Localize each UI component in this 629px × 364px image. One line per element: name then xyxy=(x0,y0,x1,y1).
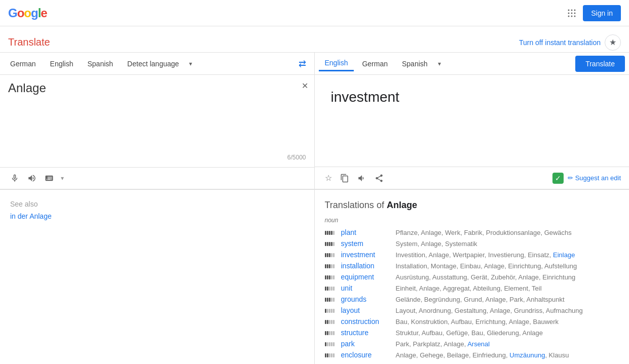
svg-point-2 xyxy=(574,9,576,11)
source-lang-spanish[interactable]: Spanish xyxy=(82,57,120,71)
translate-button[interactable]: Translate xyxy=(575,56,625,72)
freq-seg xyxy=(331,298,332,302)
freq-seg xyxy=(331,275,332,279)
table-row: unit Einheit, Anlage, Aggregat, Abteilun… xyxy=(325,282,619,294)
freq-seg xyxy=(331,342,332,346)
clear-text-button[interactable]: ✕ xyxy=(302,81,308,91)
save-translation-icon[interactable]: ☆ xyxy=(323,171,334,185)
target-lang-bar: English German Spanish ▾ Translate xyxy=(315,53,630,75)
sub-header-left: Translate xyxy=(8,36,50,48)
char-count: 6/5000 xyxy=(8,154,306,161)
source-lang-english[interactable]: English xyxy=(44,57,80,71)
translation-word[interactable]: equipment xyxy=(341,273,392,281)
synonym-link[interactable]: Einlage xyxy=(553,251,575,259)
svg-point-1 xyxy=(571,9,573,11)
translation-word[interactable]: structure xyxy=(341,329,392,337)
freq-seg xyxy=(327,320,328,324)
freq-seg xyxy=(327,242,328,246)
freq-seg xyxy=(329,287,330,291)
freq-seg xyxy=(327,231,328,235)
source-lang-dropdown-button[interactable]: ▾ xyxy=(187,58,194,69)
svg-point-0 xyxy=(568,9,570,11)
header-left: Google xyxy=(8,6,47,20)
translation-word[interactable]: unit xyxy=(341,284,392,292)
suggest-edit-label: Suggest an edit xyxy=(575,174,621,182)
frequency-bar xyxy=(325,298,337,302)
sub-header: Translate Turn off instant translation ★ xyxy=(0,26,629,53)
translation-word[interactable]: enclosure xyxy=(341,351,392,359)
table-row: layout Layout, Anordnung, Gestaltung, An… xyxy=(325,305,619,316)
translation-word[interactable]: system xyxy=(341,239,392,248)
frequency-bar xyxy=(325,287,337,291)
header: Google Sign in xyxy=(0,0,629,26)
turn-off-instant-translation-link[interactable]: Turn off instant translation xyxy=(519,38,601,47)
translation-word[interactable]: plant xyxy=(341,228,392,236)
target-toolbar: ☆ ✓ ✏ Suggest an edit xyxy=(315,167,630,189)
table-row: investment Investition, Anlage, Wertpapi… xyxy=(325,249,619,260)
translation-synonyms: Anlage, Gehege, Beilage, Einfriedung, Um… xyxy=(396,351,569,359)
copy-translation-icon[interactable] xyxy=(338,172,351,185)
freq-seg xyxy=(327,264,328,268)
freq-seg xyxy=(327,309,328,313)
svg-point-6 xyxy=(568,15,570,17)
freq-seg xyxy=(333,275,335,279)
frequency-bar xyxy=(325,275,337,279)
suggest-edit-button[interactable]: ✏ Suggest an edit xyxy=(568,174,621,182)
synonym-link[interactable]: Umzäunung xyxy=(509,351,545,359)
listen-translation-icon[interactable] xyxy=(355,172,368,185)
target-lang-spanish[interactable]: Spanish xyxy=(396,57,434,71)
freq-seg xyxy=(327,331,328,335)
microphone-icon[interactable] xyxy=(8,172,21,185)
sign-in-button[interactable]: Sign in xyxy=(583,5,621,21)
freq-seg xyxy=(327,253,328,257)
freq-seg xyxy=(333,342,335,346)
freq-seg xyxy=(329,264,330,268)
freq-seg xyxy=(333,353,335,357)
translation-word[interactable]: construction xyxy=(341,317,392,326)
freq-seg xyxy=(327,287,328,291)
translation-word[interactable]: investment xyxy=(341,251,392,259)
listen-icon[interactable] xyxy=(25,172,39,185)
freq-seg xyxy=(325,342,326,346)
detect-language-button[interactable]: Detect language xyxy=(121,57,185,71)
google-logo[interactable]: Google xyxy=(8,6,47,20)
table-row: equipment Ausrüstung, Ausstattung, Gerät… xyxy=(325,271,619,282)
translation-synonyms: Gelände, Begründung, Grund, Anlage, Park… xyxy=(396,296,565,303)
see-also-link[interactable]: in der Anlage xyxy=(10,212,52,220)
see-also-title: See also xyxy=(10,200,304,208)
translation-word[interactable]: park xyxy=(341,340,392,348)
share-translation-icon[interactable] xyxy=(373,172,386,185)
freq-seg xyxy=(327,353,328,357)
freq-seg xyxy=(331,264,332,268)
source-toolbar: ▾ xyxy=(0,167,314,189)
translation-word[interactable]: grounds xyxy=(341,295,392,303)
output-toolbar-right: ✓ ✏ Suggest an edit xyxy=(552,173,621,184)
source-text-section: Anlage ✕ 6/5000 xyxy=(0,75,314,167)
freq-seg xyxy=(327,298,328,302)
grid-icon[interactable] xyxy=(567,8,577,18)
freq-seg xyxy=(331,320,332,324)
svg-point-4 xyxy=(571,12,573,14)
target-lang-dropdown-button[interactable]: ▾ xyxy=(436,58,443,69)
table-row: installation Installation, Montage, Einb… xyxy=(325,260,619,271)
target-lang-english[interactable]: English xyxy=(319,56,354,71)
translation-synonyms: Park, Parkplatz, Anlage, Arsenal xyxy=(396,340,490,348)
table-row: park Park, Parkplatz, Anlage, Arsenal xyxy=(325,338,619,349)
swap-languages-button[interactable]: ⇄ xyxy=(294,56,310,71)
favorite-star-button[interactable]: ★ xyxy=(605,34,621,51)
translation-panels: German English Spanish Detect language ▾… xyxy=(0,53,629,189)
source-text-input[interactable]: Anlage xyxy=(8,81,306,152)
freq-seg xyxy=(325,264,326,268)
pos-noun-label: noun xyxy=(325,217,619,224)
freq-seg xyxy=(331,353,332,357)
translation-word[interactable]: installation xyxy=(341,262,392,270)
frequency-bar xyxy=(325,264,337,268)
keyboard-icon[interactable] xyxy=(43,172,56,185)
freq-seg xyxy=(331,287,332,291)
freq-seg xyxy=(331,253,332,257)
translation-word[interactable]: layout xyxy=(341,306,392,314)
source-lang-german[interactable]: German xyxy=(4,57,42,71)
freq-seg xyxy=(333,253,335,257)
synonym-link[interactable]: Arsenal xyxy=(467,340,490,348)
target-lang-german[interactable]: German xyxy=(356,57,394,71)
